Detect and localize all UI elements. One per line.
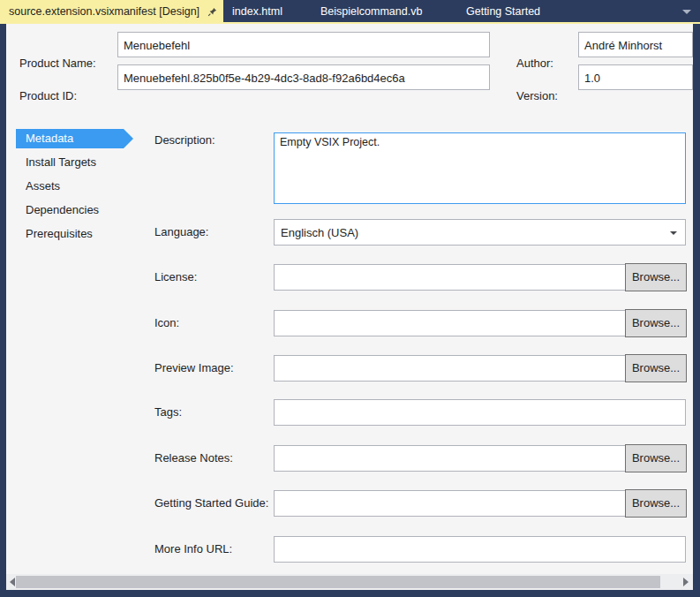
product-id-label: Product ID: <box>19 89 77 102</box>
tab-getting-started[interactable]: Getting Started <box>459 0 569 22</box>
icon-combobox[interactable] <box>274 310 686 336</box>
tab-list-chevron-down-icon[interactable] <box>682 10 691 14</box>
scroll-right-arrow-icon[interactable] <box>683 578 689 586</box>
product-name-input[interactable] <box>117 32 490 57</box>
horizontal-scrollbar[interactable] <box>6 574 693 590</box>
language-combobox[interactable]: Englisch (USA) <box>274 219 686 246</box>
release-notes-browse-button[interactable]: Browse... <box>625 444 687 472</box>
getting-started-guide-label: Getting Started Guide: <box>154 496 268 510</box>
preview-image-browse-button[interactable]: Browse... <box>625 354 687 382</box>
preview-image-combobox[interactable] <box>274 355 686 382</box>
sidebar-item-prerequisites[interactable]: Prerequisites <box>16 224 124 244</box>
icon-browse-button[interactable]: Browse... <box>625 309 687 337</box>
chevron-down-icon <box>670 231 677 235</box>
release-notes-label: Release Notes: <box>154 451 233 465</box>
tab-vsixmanifest-design[interactable]: source.extension.vsixmanifest [Design] ✕ <box>0 0 223 22</box>
language-value: Englisch (USA) <box>281 226 358 239</box>
preview-image-label: Preview Image: <box>154 361 234 374</box>
sidebar-item-assets[interactable]: Assets <box>16 177 124 196</box>
tab-label: Getting Started <box>466 5 540 18</box>
more-info-url-input[interactable] <box>274 536 686 563</box>
release-notes-combobox[interactable] <box>274 445 686 472</box>
author-label: Author: <box>516 57 553 70</box>
version-input[interactable] <box>578 64 693 90</box>
tab-label: Beispielcommand.vb <box>320 5 422 18</box>
document-tab-bar: source.extension.vsixmanifest [Design] ✕… <box>0 0 700 22</box>
manifest-designer-content: Product Name: Product ID: Author: Versio… <box>6 24 693 574</box>
vsix-manifest-designer-window: source.extension.vsixmanifest [Design] ✕… <box>0 0 700 597</box>
sidebar-item-install-targets[interactable]: Install Targets <box>16 153 124 172</box>
getting-started-guide-browse-button[interactable]: Browse... <box>625 489 687 518</box>
version-label: Version: <box>516 89 558 102</box>
author-input[interactable] <box>578 32 693 57</box>
tags-input[interactable] <box>274 399 686 426</box>
description-textarea[interactable]: Empty VSIX Project. <box>274 132 686 204</box>
more-info-url-label: More Info URL: <box>154 542 232 555</box>
product-name-label: Product Name: <box>19 57 96 70</box>
tab-label: index.html <box>232 5 282 18</box>
language-label: Language: <box>154 225 208 238</box>
sidebar-item-dependencies[interactable]: Dependencies <box>16 200 124 220</box>
icon-label: Icon: <box>154 316 179 329</box>
license-combobox[interactable] <box>274 264 686 291</box>
tab-beispielcommand-vb[interactable]: Beispielcommand.vb <box>312 0 459 22</box>
getting-started-guide-combobox[interactable] <box>274 490 686 517</box>
tags-label: Tags: <box>154 405 182 419</box>
description-label: Description: <box>154 133 215 147</box>
product-id-input[interactable] <box>117 64 490 90</box>
scroll-left-arrow-icon[interactable] <box>10 578 15 586</box>
horizontal-scrollbar-thumb[interactable] <box>16 576 660 588</box>
tab-label: source.extension.vsixmanifest [Design] <box>9 5 199 18</box>
pin-icon[interactable] <box>207 6 218 17</box>
license-browse-button[interactable]: Browse... <box>625 263 687 291</box>
window-bottom-border <box>0 590 700 597</box>
tab-index-html[interactable]: index.html <box>223 0 312 22</box>
sidebar-item-metadata[interactable]: Metadata <box>16 129 124 148</box>
license-label: License: <box>154 270 197 283</box>
